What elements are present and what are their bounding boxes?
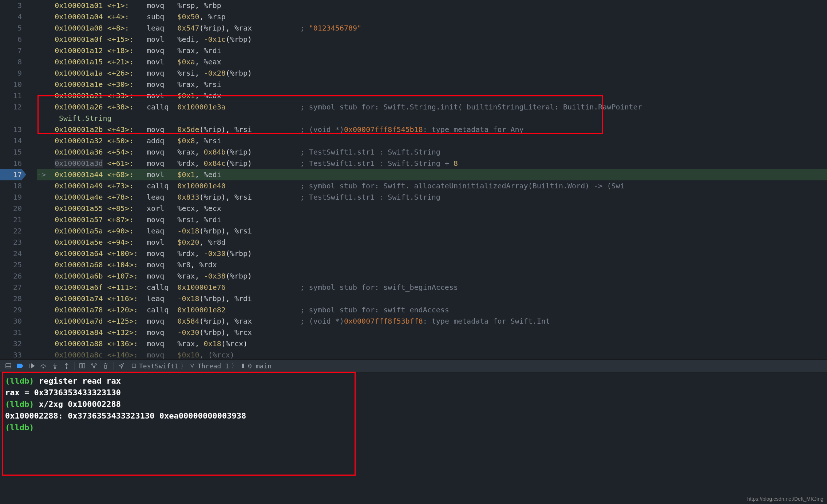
svg-rect-8: [80, 364, 82, 368]
line-number[interactable]: 4: [0, 11, 22, 23]
line-number[interactable]: 8: [0, 56, 22, 68]
asm-line[interactable]: 0x100001a84 <+132>: movq -0x30(%rbp), %r…: [37, 327, 827, 338]
line-number[interactable]: 9: [0, 68, 22, 79]
asm-line[interactable]: 0x100001a57 <+87>: movq %rsi, %rdi: [37, 214, 827, 225]
console-output: rax = 0x3736353433323130: [5, 388, 121, 397]
line-number[interactable]: 17: [0, 169, 22, 180]
asm-line[interactable]: 0x100001a08 <+8>: leaq 0x547(%rip), %rax…: [37, 23, 827, 34]
line-number[interactable]: 20: [0, 203, 22, 214]
asm-line[interactable]: 0x100001a3d <+61>: movq %rdx, 0x84c(%rip…: [37, 158, 827, 169]
lldb-console[interactable]: (lldb) register read rax rax = 0x3736353…: [0, 372, 827, 436]
debug-breadcrumb[interactable]: TestSwift1 〉 Thread 1 〉 0 main: [131, 361, 272, 370]
asm-line[interactable]: 0x100001a32 <+50>: addq $0x8, %rsi: [37, 135, 827, 147]
step-over-icon[interactable]: [38, 360, 49, 371]
lldb-prompt: (lldb): [5, 400, 34, 409]
line-number[interactable]: 15: [0, 147, 22, 158]
chevron-icon: 〉: [181, 361, 187, 370]
spray-icon[interactable]: [100, 360, 111, 371]
console-command: register read rax: [39, 376, 121, 385]
asm-line[interactable]: 0x100001a1e <+30>: movq %rax, %rsi: [37, 79, 827, 90]
asm-line[interactable]: 0x100001a5a <+90>: leaq -0x18(%rbp), %rs…: [37, 225, 827, 237]
svg-rect-20: [242, 364, 244, 368]
breakpoint-toggle-icon[interactable]: [15, 360, 25, 371]
asm-line[interactable]: 0x100001a12 <+18>: movq %rax, %rdi: [37, 45, 827, 56]
step-into-icon[interactable]: [50, 360, 60, 371]
asm-line[interactable]: 0x100001a6b <+107>: movq %rax, -0x38(%rb…: [37, 271, 827, 282]
line-number[interactable]: 11: [0, 90, 22, 101]
line-number[interactable]: 13: [0, 124, 22, 135]
svg-point-5: [55, 368, 56, 369]
asm-line[interactable]: 0x100001a01 <+1>: movq %rsp, %rbp: [37, 0, 827, 11]
svg-rect-19: [132, 364, 136, 368]
line-number[interactable]: 25: [0, 259, 22, 271]
line-number[interactable]: 7: [0, 45, 22, 56]
line-number[interactable]: 5: [0, 23, 22, 34]
line-number[interactable]: 19: [0, 192, 22, 203]
svg-line-13: [92, 365, 94, 367]
asm-line[interactable]: Swift.String: [37, 113, 827, 124]
asm-line[interactable]: 0x100001a68 <+104>: movq %r8, %rdx: [37, 259, 827, 271]
asm-line[interactable]: 0x100001a26 <+38>: callq 0x100001e3a ; s…: [37, 101, 827, 113]
line-number[interactable]: 33: [0, 349, 22, 361]
line-number[interactable]: 18: [0, 180, 22, 192]
asm-line[interactable]: 0x100001a55 <+85>: xorl %ecx, %ecx: [37, 203, 827, 214]
line-number[interactable]: 14: [0, 135, 22, 147]
breadcrumb-app[interactable]: TestSwift1: [139, 362, 178, 370]
asm-line[interactable]: 0x100001a78 <+120>: callq 0x100001e82 ; …: [37, 304, 827, 316]
asm-line[interactable]: 0x100001a64 <+100>: movq %rdx, -0x30(%rb…: [37, 248, 827, 259]
line-number[interactable]: 32: [0, 338, 22, 349]
asm-line[interactable]: 0x100001a74 <+116>: leaq -0x18(%rbp), %r…: [37, 293, 827, 304]
line-number[interactable]: 29: [0, 304, 22, 316]
asm-line[interactable]: 0x100001a88 <+136>: movq %rax, 0x18(%rcx…: [37, 338, 827, 349]
hide-debug-area-icon[interactable]: [3, 360, 14, 371]
svg-rect-9: [83, 364, 85, 368]
asm-line[interactable]: 0x100001a0f <+15>: movl %edi, -0x1c(%rbp…: [37, 34, 827, 45]
asm-line[interactable]: 0x100001a04 <+4>: subq $0x50, %rsp: [37, 11, 827, 23]
lldb-prompt: (lldb): [5, 376, 34, 385]
asm-line[interactable]: 0x100001a4e <+78>: leaq 0x833(%rip), %rs…: [37, 192, 827, 203]
code-area[interactable]: 0x100001a01 <+1>: movq %rsp, %rbp 0x1000…: [28, 0, 827, 359]
step-out-icon[interactable]: [61, 360, 72, 371]
debug-view-icon[interactable]: [77, 360, 88, 371]
console-output: 0x100002288: 0x3736353433323130 0xea0000…: [5, 411, 246, 420]
breadcrumb-thread[interactable]: Thread 1: [197, 362, 229, 370]
line-number: [0, 113, 22, 124]
svg-point-16: [104, 364, 104, 364]
app-icon: [131, 363, 137, 369]
svg-rect-0: [6, 364, 11, 368]
line-number[interactable]: 10: [0, 79, 22, 90]
memory-graph-icon[interactable]: [88, 360, 99, 371]
asm-line[interactable]: 0x100001a7d <+125>: movq 0x584(%rip), %r…: [37, 316, 827, 327]
line-number[interactable]: 12: [0, 101, 22, 113]
asm-line[interactable]: 0x100001a49 <+73>: callq 0x100001e40 ; s…: [37, 180, 827, 192]
line-number[interactable]: 30: [0, 316, 22, 327]
location-icon[interactable]: [116, 360, 127, 371]
svg-rect-15: [104, 365, 107, 368]
asm-line[interactable]: 0x100001a15 <+21>: movl $0xa, %eax: [37, 56, 827, 68]
asm-line[interactable]: 0x100001a36 <+54>: movq %rax, 0x84b(%rip…: [37, 147, 827, 158]
line-number[interactable]: 31: [0, 327, 22, 338]
line-number[interactable]: 21: [0, 214, 22, 225]
line-number-gutter: 3456789101112131415161718192021222324252…: [0, 0, 28, 359]
line-number[interactable]: 28: [0, 293, 22, 304]
chevron-icon: 〉: [231, 361, 238, 370]
asm-line[interactable]: 0x100001a8c <+140>: movq $0x10, (%rcx): [37, 349, 827, 359]
asm-line[interactable]: 0x100001a5e <+94>: movl $0x20, %r8d: [37, 237, 827, 248]
asm-line[interactable]: 0x100001a21 <+33>: movl $0x1, %edx: [37, 90, 827, 101]
breadcrumb-frame[interactable]: 0 main: [248, 362, 272, 370]
asm-line[interactable]: 0x100001a1a <+26>: movq %rsi, -0x28(%rbp…: [37, 68, 827, 79]
line-number[interactable]: 23: [0, 237, 22, 248]
frame-icon: [240, 363, 246, 369]
svg-point-7: [66, 368, 67, 369]
line-number[interactable]: 27: [0, 282, 22, 293]
asm-line[interactable]: 0x100001a2b <+43>: movq 0x5de(%rip), %rs…: [37, 124, 827, 135]
line-number[interactable]: 3: [0, 0, 22, 11]
asm-line[interactable]: 0x100001a6f <+111>: callq 0x100001e76 ; …: [37, 282, 827, 293]
line-number[interactable]: 6: [0, 34, 22, 45]
line-number[interactable]: 24: [0, 248, 22, 259]
asm-line[interactable]: -> 0x100001a44 <+68>: movl $0x1, %edi: [37, 169, 827, 180]
continue-icon[interactable]: [26, 360, 37, 371]
line-number[interactable]: 26: [0, 271, 22, 282]
line-number[interactable]: 22: [0, 225, 22, 237]
line-number[interactable]: 16: [0, 158, 22, 169]
